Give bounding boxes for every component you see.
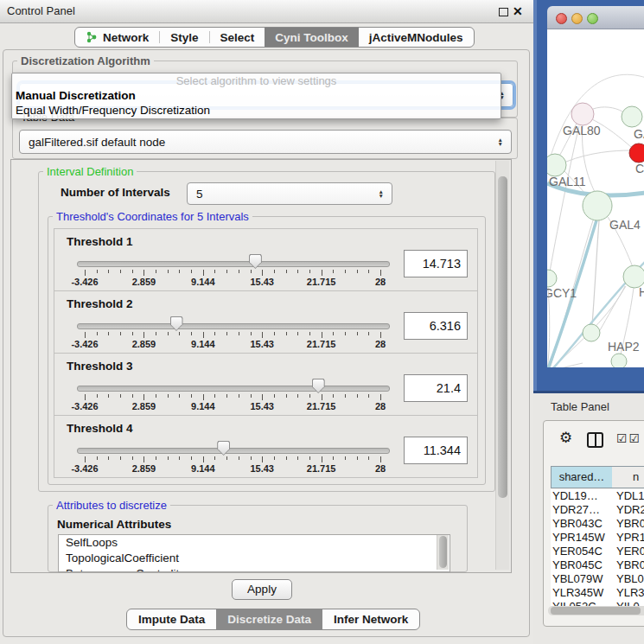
slider-track[interactable] [77,386,390,392]
slider-tick [108,332,109,335]
slider-scale-label: 2.859 [118,277,169,287]
apply-button[interactable]: Apply [232,579,292,600]
float-window-icon[interactable] [499,8,508,16]
network-node-label: GA [634,127,644,141]
tab-label: Discretize Data [227,613,311,626]
table-row[interactable]: YBR043CYBR0 [551,517,644,531]
slider-scale-label: 21.715 [296,277,348,287]
slider-track[interactable] [77,323,390,329]
threshold-value-field[interactable]: 11.344 [404,437,468,464]
threshold-panel-4: Threshold 4-3.4262.8599.14415.4321.71528… [54,415,478,478]
slider-tick [251,332,252,335]
columns-icon[interactable] [587,432,603,448]
threshold-panel-1: Threshold 1-3.4262.8599.14415.4321.71528… [54,228,478,291]
network-window-titlebar[interactable] [547,6,644,29]
slider-tick [143,394,144,400]
tab-impute-data[interactable]: Impute Data [127,609,216,629]
network-node-gal4[interactable] [583,191,612,220]
network-edge[interactable] [566,150,630,162]
attribute-list-item[interactable]: SelfLoops [59,535,450,551]
tab-cyni-toolbox[interactable]: Cyni Toolbox [265,28,359,47]
settings-scrollbar-thumb[interactable] [498,176,507,498]
table-row[interactable]: YDR27…YDR2 [551,503,644,517]
slider-tick [368,332,369,335]
table-horizontal-scrollbar[interactable] [548,606,644,615]
column-header-name[interactable]: n [612,466,644,488]
thresholds-group-title: Threshold's Coordinates for 5 Intervals [53,211,252,222]
network-edge[interactable] [547,363,583,367]
slider-tick [262,332,263,338]
slider-track[interactable] [77,261,390,267]
network-node-gal11[interactable] [547,154,566,176]
network-node-gal80[interactable] [571,103,594,125]
network-node-hap2[interactable] [583,324,600,341]
close-icon[interactable]: ✕ [513,3,523,19]
algorithm-dropdown-popup: Select algorithm to view settings Manual… [11,73,501,119]
slider-tick [203,456,204,462]
attribute-list-item[interactable]: TopologicalCoefficient [59,551,450,566]
gear-icon[interactable]: ⚙ [559,430,572,447]
slider-tick [214,394,215,398]
slider-tick [108,394,109,398]
slider-tick [322,332,322,338]
bottom-tab-bar: Impute DataDiscretize DataInfer Network [126,609,420,630]
slider-tick [297,270,298,273]
interval-definition-title: Interval Definition [43,166,137,177]
attributes-list-scrollbar[interactable] [437,535,449,570]
slider-scale-label: 28 [354,277,406,287]
table-row[interactable]: YBL079WYBL0 [551,572,644,586]
column-header-shared-name[interactable]: shared… [551,466,613,488]
cell-name: YER0 [616,545,644,558]
table-hscrollbar-thumb[interactable] [551,607,641,615]
tab-jactivemnodules[interactable]: jActiveMNodules [359,28,474,47]
network-node-ga[interactable] [622,106,642,127]
slider-tick [286,394,287,398]
threshold-value-field[interactable]: 21.4 [404,374,468,402]
table-data-select[interactable]: galFiltered.sif default node ▲▼ [19,130,512,154]
network-node-c[interactable] [629,143,644,163]
settings-vertical-scrollbar[interactable] [495,161,509,570]
attribute-list-item[interactable]: BetweennessCentrality [59,566,450,572]
slider-tick [97,456,98,460]
cell-shared-name: YPR145W [552,531,605,545]
table-row[interactable]: YDL19…YDL1 [551,489,644,503]
tab-network[interactable]: Network [75,28,159,47]
slider-tick [322,394,322,400]
slider-tick [274,394,275,398]
network-edge[interactable] [550,126,579,271]
algorithm-option[interactable]: Equal Width/Frequency Discretization [12,103,501,118]
cell-shared-name: YBR043C [552,517,603,531]
number-of-intervals-select[interactable]: 5 ▲▼ [187,182,392,205]
algorithm-option[interactable]: Manual Discretization [12,88,501,103]
slider-track[interactable] [77,448,390,454]
tab-style[interactable]: Style [160,28,208,47]
table-row[interactable]: YBR045CYBR0 [551,558,644,572]
select-columns-checkboxes-icon[interactable]: ☑☑ [616,431,641,445]
network-node-gcy1[interactable] [547,270,557,287]
table-row[interactable]: YER054CYER0 [551,545,644,558]
threshold-value-field[interactable]: 6.316 [404,312,468,340]
threshold-value-field[interactable]: 14.713 [404,250,468,277]
cell-name: YBL0 [616,572,644,586]
table-row[interactable]: YPR145WYPR1 [551,531,644,545]
attributes-scrollbar-thumb[interactable] [439,536,447,568]
mac-minimize-icon[interactable] [571,13,583,24]
tab-label: jActiveMNodules [369,31,463,44]
network-node[interactable] [611,354,627,367]
slider-tick [120,456,121,460]
tab-select[interactable]: Select [210,28,265,47]
cell-name: YDR2 [616,503,644,517]
cell-name: YBR0 [616,517,644,531]
tab-infer-network[interactable]: Infer Network [322,609,419,629]
cell-shared-name: YLR345W [552,586,603,600]
table-row[interactable]: YLR345WYLR3 [551,586,644,600]
mac-zoom-icon[interactable] [587,13,598,24]
tab-discretize-data[interactable]: Discretize Data [216,609,322,629]
cell-name: YPR1 [616,531,644,545]
network-icon [86,31,98,43]
network-node-label: GCY1 [547,286,577,300]
network-view-canvas[interactable]: GAL80GACGAL11GAL4GCY1HHAP2 [547,29,644,367]
mac-close-icon[interactable] [556,13,567,24]
network-edge[interactable] [593,107,622,112]
slider-tick [239,332,239,335]
